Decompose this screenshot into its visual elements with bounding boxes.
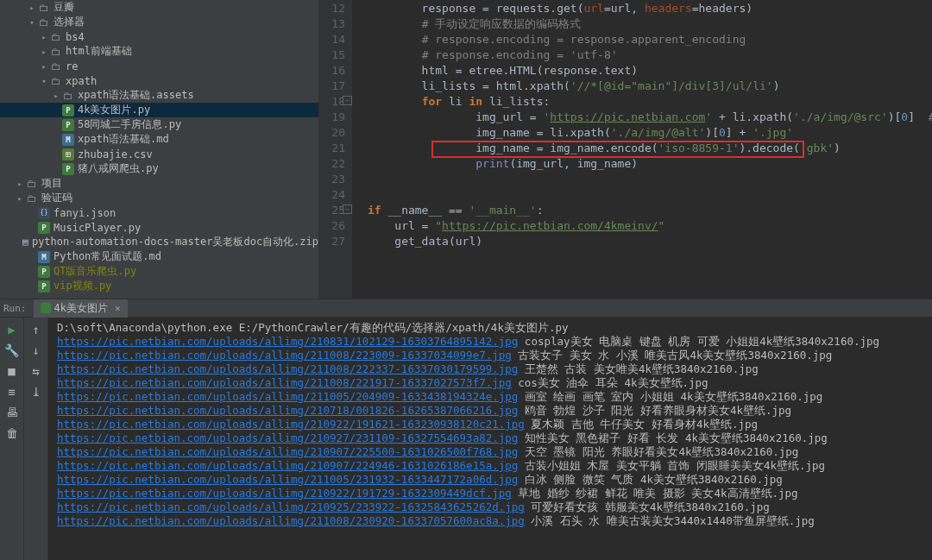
folder-icon <box>26 178 38 190</box>
console-link[interactable]: https://pic.netbian.com/uploads/allimg/2… <box>57 390 518 403</box>
console-link[interactable]: https://pic.netbian.com/uploads/allimg/2… <box>57 431 518 444</box>
tree-item[interactable]: 豆瓣 <box>0 0 318 15</box>
run-toolbar-left: ▶ 🔧 ■ ≡ 🖶 🗑 <box>0 318 24 560</box>
layout-icon[interactable]: ≡ <box>8 385 15 399</box>
chevron-icon[interactable] <box>40 62 48 71</box>
chevron-icon[interactable] <box>16 194 24 203</box>
tree-item[interactable]: html前端基础 <box>0 44 318 59</box>
console-link[interactable]: https://pic.netbian.com/uploads/allimg/2… <box>57 487 512 500</box>
console-link[interactable]: https://pic.netbian.com/uploads/allimg/2… <box>57 404 518 417</box>
chevron-icon[interactable] <box>40 33 48 41</box>
console-link[interactable]: https://pic.netbian.com/uploads/allimg/2… <box>57 473 518 486</box>
tree-item-label: 豆瓣 <box>54 0 74 15</box>
tree-item[interactable]: vip视频.py <box>0 279 318 293</box>
console-link[interactable]: https://pic.netbian.com/uploads/allimg/2… <box>57 500 525 513</box>
tree-item-label: 猪八戒网爬虫.py <box>78 161 159 176</box>
code-line[interactable]: response = requests.get(url=url, headers… <box>368 1 932 16</box>
json-icon <box>38 207 50 219</box>
trash-icon[interactable]: 🗑 <box>6 426 18 440</box>
stop-icon[interactable]: ■ <box>8 364 15 378</box>
tree-item[interactable]: re <box>0 59 318 73</box>
chevron-icon[interactable] <box>40 77 48 85</box>
console-line: https://pic.netbian.com/uploads/allimg/2… <box>57 390 932 404</box>
py-icon <box>38 280 50 293</box>
tree-item[interactable]: 选择器 <box>0 15 318 29</box>
run-tab-label: 4k美女图片 <box>54 301 108 316</box>
console-link[interactable]: https://pic.netbian.com/uploads/allimg/2… <box>57 335 518 348</box>
wrap-icon[interactable]: ⇆ <box>32 364 39 378</box>
tree-item[interactable]: xpath语法基础.md <box>0 132 318 147</box>
chevron-icon[interactable] <box>52 91 60 100</box>
code-line[interactable]: url = "https://pic.netbian.com/4kmeinv/" <box>368 218 932 234</box>
console-link[interactable]: https://pic.netbian.com/uploads/allimg/2… <box>57 362 518 375</box>
console-link[interactable]: https://pic.netbian.com/uploads/allimg/2… <box>57 418 525 431</box>
console-line: https://pic.netbian.com/uploads/allimg/2… <box>57 487 932 500</box>
tree-item-label: QT版音乐爬虫.py <box>54 264 136 279</box>
tree-item-label: python-automation-docs-master吴老板doc自动化.z… <box>32 235 318 249</box>
print-icon[interactable]: 🖶 <box>6 406 18 419</box>
console-link[interactable]: https://pic.netbian.com/uploads/allimg/2… <box>57 376 512 389</box>
code-line[interactable]: # response.encoding = response.apparent_… <box>368 32 932 47</box>
console-line: https://pic.netbian.com/uploads/allimg/2… <box>57 349 932 362</box>
tree-item[interactable]: bs4 <box>0 29 318 44</box>
run-panel-header: Run: 4k美女图片 × <box>0 299 932 318</box>
project-tree[interactable]: 豆瓣选择器bs4html前端基础rexpathxpath语法基础.assets4… <box>0 0 319 299</box>
console-link[interactable]: https://pic.netbian.com/uploads/allimg/2… <box>57 349 512 362</box>
tree-item[interactable]: 58同城二手房信息.py <box>0 117 318 132</box>
up-arrow-icon[interactable]: ↑ <box>32 323 39 337</box>
tree-item-label: 4k美女图片.py <box>78 103 150 117</box>
tree-item[interactable]: 验证码 <box>0 191 318 205</box>
code-line[interactable]: img_name = li.xpath('./a/img/@alt')[0] +… <box>368 125 932 141</box>
code-line[interactable]: # 手动设定响应数据的编码格式 <box>368 16 932 32</box>
editor-code[interactable]: response = requests.get(url=url, headers… <box>352 0 932 299</box>
code-line[interactable]: # response.encoding = 'utf-8' <box>368 47 932 63</box>
code-line[interactable] <box>368 187 932 203</box>
debug-icon[interactable]: 🔧 <box>4 343 19 357</box>
folder-icon <box>50 31 62 43</box>
code-line[interactable]: if __name__ == '__main__': <box>368 203 932 218</box>
close-icon[interactable]: × <box>115 303 121 314</box>
chevron-icon[interactable] <box>28 18 36 27</box>
down-arrow-icon[interactable]: ↓ <box>32 343 39 357</box>
tree-item[interactable]: zhubajie.csv <box>0 147 318 161</box>
tree-item[interactable]: 猪八戒网爬虫.py <box>0 161 318 176</box>
code-line[interactable]: for li in li_lists: <box>368 94 932 110</box>
code-line[interactable]: print(img_url, img_name) <box>368 156 932 172</box>
rerun-icon[interactable]: ▶ <box>8 323 15 337</box>
tree-item[interactable]: Python常见面试题.md <box>0 249 318 264</box>
tree-item[interactable]: 项目 <box>0 176 318 191</box>
tree-item-label: fanyi.json <box>54 207 116 219</box>
chevron-icon[interactable] <box>40 47 48 56</box>
tree-item[interactable]: python-automation-docs-master吴老板doc自动化.z… <box>0 235 318 249</box>
console-line: https://pic.netbian.com/uploads/allimg/2… <box>57 335 932 349</box>
tree-item[interactable]: MusicPlayer.py <box>0 220 318 235</box>
code-line[interactable]: li_lists = html.xpath('//*[@id="main"]/d… <box>368 79 932 94</box>
console-line: https://pic.netbian.com/uploads/allimg/2… <box>57 431 932 445</box>
code-line[interactable]: img_name = img_name.encode('iso-8859-1')… <box>368 141 932 156</box>
console-output[interactable]: D:\soft\Anaconda\python.exe E:/PythonCra… <box>48 318 932 560</box>
console-command: D:\soft\Anaconda\python.exe E:/PythonCra… <box>57 321 932 335</box>
code-editor[interactable]: 12131415161718192021222324252627 respons… <box>319 0 932 299</box>
tree-item[interactable]: fanyi.json <box>0 205 318 220</box>
tree-item[interactable]: QT版音乐爬虫.py <box>0 264 318 279</box>
csv-icon <box>62 148 74 160</box>
code-line[interactable]: img_url = 'https://pic.netbian.com' + li… <box>368 110 932 125</box>
folder-icon <box>50 75 62 87</box>
console-line: https://pic.netbian.com/uploads/allimg/2… <box>57 404 932 418</box>
tree-item[interactable]: xpath <box>0 73 318 88</box>
console-link[interactable]: https://pic.netbian.com/uploads/allimg/2… <box>57 459 518 472</box>
console-link[interactable]: https://pic.netbian.com/uploads/allimg/2… <box>57 514 525 527</box>
code-line[interactable] <box>368 172 932 187</box>
tree-item[interactable]: xpath语法基础.assets <box>0 88 318 103</box>
console-link[interactable]: https://pic.netbian.com/uploads/allimg/2… <box>57 445 518 458</box>
tree-item-label: 选择器 <box>54 15 85 29</box>
chevron-icon[interactable] <box>28 3 36 12</box>
run-tab[interactable]: 4k美女图片 × <box>34 299 128 318</box>
code-line[interactable]: get_data(url) <box>368 234 932 249</box>
scroll-icon[interactable]: ⤓ <box>31 385 41 399</box>
tree-item[interactable]: 4k美女图片.py <box>0 103 318 117</box>
chevron-icon[interactable] <box>16 179 24 188</box>
py-icon <box>38 222 50 234</box>
code-line[interactable]: html = etree.HTML(response.text) <box>368 63 932 79</box>
py-icon <box>62 119 74 131</box>
